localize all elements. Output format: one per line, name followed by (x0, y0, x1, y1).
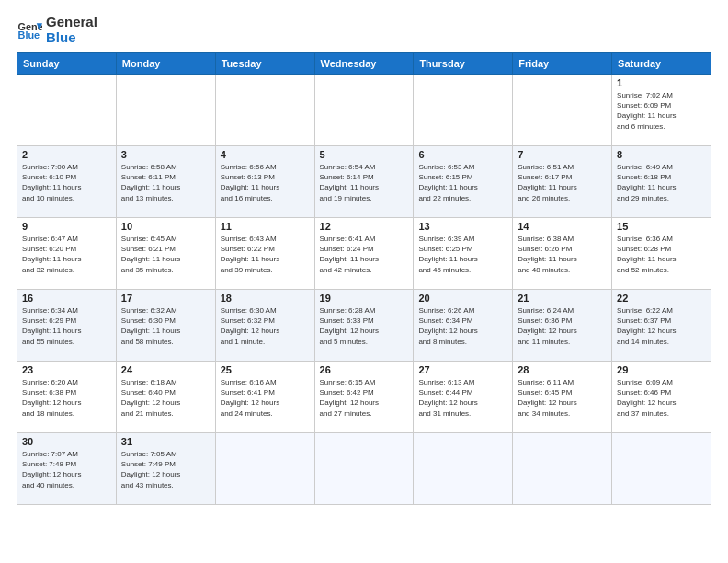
calendar-day: 25Sunrise: 6:16 AM Sunset: 6:41 PM Dayli… (215, 362, 314, 433)
calendar-header-row: SundayMondayTuesdayWednesdayThursdayFrid… (17, 53, 711, 75)
day-number: 29 (617, 364, 706, 375)
generalblue-icon: General Blue (17, 17, 42, 43)
day-info: Sunrise: 6:58 AM Sunset: 6:11 PM Dayligh… (121, 162, 210, 203)
calendar-day: 5Sunrise: 6:54 AM Sunset: 6:14 PM Daylig… (314, 146, 414, 218)
calendar-day (314, 75, 414, 146)
day-number: 18 (221, 293, 310, 304)
calendar-week-5: 23Sunrise: 6:20 AM Sunset: 6:38 PM Dayli… (17, 362, 711, 433)
calendar-week-3: 9Sunrise: 6:47 AM Sunset: 6:20 PM Daylig… (17, 218, 711, 290)
day-number: 30 (22, 436, 111, 447)
day-info: Sunrise: 6:43 AM Sunset: 6:22 PM Dayligh… (221, 234, 310, 275)
calendar-day: 26Sunrise: 6:15 AM Sunset: 6:42 PM Dayli… (314, 362, 414, 433)
day-info: Sunrise: 6:36 AM Sunset: 6:28 PM Dayligh… (617, 234, 706, 275)
day-info: Sunrise: 6:51 AM Sunset: 6:17 PM Dayligh… (518, 162, 607, 203)
calendar-day: 14Sunrise: 6:38 AM Sunset: 6:26 PM Dayli… (513, 218, 612, 290)
calendar-day (17, 75, 117, 146)
day-number: 12 (320, 221, 409, 232)
calendar-day (215, 75, 314, 146)
day-info: Sunrise: 6:22 AM Sunset: 6:37 PM Dayligh… (617, 305, 706, 347)
day-number: 20 (418, 293, 507, 304)
calendar-day: 2Sunrise: 7:00 AM Sunset: 6:10 PM Daylig… (17, 146, 117, 218)
day-number: 1 (617, 77, 706, 88)
day-number: 22 (617, 293, 706, 304)
calendar-day (513, 433, 612, 505)
day-number: 13 (418, 221, 507, 232)
day-number: 4 (221, 149, 310, 160)
calendar-day: 20Sunrise: 6:26 AM Sunset: 6:34 PM Dayli… (414, 290, 513, 362)
day-info: Sunrise: 6:30 AM Sunset: 6:32 PM Dayligh… (221, 305, 310, 347)
calendar-day: 13Sunrise: 6:39 AM Sunset: 6:25 PM Dayli… (414, 218, 513, 290)
calendar-day: 31Sunrise: 7:05 AM Sunset: 7:49 PM Dayli… (116, 433, 215, 505)
calendar-day: 30Sunrise: 7:07 AM Sunset: 7:48 PM Dayli… (17, 433, 117, 505)
weekday-header-thursday: Thursday (414, 53, 513, 75)
day-info: Sunrise: 6:38 AM Sunset: 6:26 PM Dayligh… (518, 234, 607, 275)
day-info: Sunrise: 6:49 AM Sunset: 6:18 PM Dayligh… (617, 162, 706, 203)
calendar-day (116, 75, 215, 146)
day-number: 23 (22, 364, 111, 375)
calendar-day: 23Sunrise: 6:20 AM Sunset: 6:38 PM Dayli… (17, 362, 117, 433)
calendar-day: 4Sunrise: 6:56 AM Sunset: 6:13 PM Daylig… (215, 146, 314, 218)
day-number: 27 (418, 364, 507, 375)
calendar-day: 19Sunrise: 6:28 AM Sunset: 6:33 PM Dayli… (314, 290, 414, 362)
day-info: Sunrise: 6:28 AM Sunset: 6:33 PM Dayligh… (320, 305, 409, 347)
calendar-day: 28Sunrise: 6:11 AM Sunset: 6:45 PM Dayli… (513, 362, 612, 433)
calendar-day: 12Sunrise: 6:41 AM Sunset: 6:24 PM Dayli… (314, 218, 414, 290)
calendar-day: 21Sunrise: 6:24 AM Sunset: 6:36 PM Dayli… (513, 290, 612, 362)
calendar-day: 17Sunrise: 6:32 AM Sunset: 6:30 PM Dayli… (116, 290, 215, 362)
day-info: Sunrise: 6:41 AM Sunset: 6:24 PM Dayligh… (320, 234, 409, 275)
day-number: 24 (121, 364, 210, 375)
calendar-day (314, 433, 414, 505)
day-info: Sunrise: 6:26 AM Sunset: 6:34 PM Dayligh… (418, 305, 507, 347)
weekday-header-sunday: Sunday (17, 53, 117, 75)
calendar-day: 24Sunrise: 6:18 AM Sunset: 6:40 PM Dayli… (116, 362, 215, 433)
weekday-header-wednesday: Wednesday (314, 53, 414, 75)
day-info: Sunrise: 7:00 AM Sunset: 6:10 PM Dayligh… (22, 162, 111, 203)
calendar-day: 18Sunrise: 6:30 AM Sunset: 6:32 PM Dayli… (215, 290, 314, 362)
logo-general-text: General (46, 15, 97, 30)
calendar-day: 27Sunrise: 6:13 AM Sunset: 6:44 PM Dayli… (414, 362, 513, 433)
day-info: Sunrise: 6:53 AM Sunset: 6:15 PM Dayligh… (418, 162, 507, 203)
logo: General Blue General Blue (17, 15, 97, 45)
calendar-week-4: 16Sunrise: 6:34 AM Sunset: 6:29 PM Dayli… (17, 290, 711, 362)
weekday-header-friday: Friday (513, 53, 612, 75)
calendar-day (612, 433, 711, 505)
calendar-day: 3Sunrise: 6:58 AM Sunset: 6:11 PM Daylig… (116, 146, 215, 218)
day-info: Sunrise: 6:47 AM Sunset: 6:20 PM Dayligh… (22, 234, 111, 275)
day-number: 2 (22, 149, 111, 160)
calendar-week-1: 1Sunrise: 7:02 AM Sunset: 6:09 PM Daylig… (17, 75, 711, 146)
day-info: Sunrise: 6:45 AM Sunset: 6:21 PM Dayligh… (121, 234, 210, 275)
calendar-day: 11Sunrise: 6:43 AM Sunset: 6:22 PM Dayli… (215, 218, 314, 290)
day-info: Sunrise: 6:09 AM Sunset: 6:46 PM Dayligh… (617, 377, 706, 419)
day-info: Sunrise: 7:07 AM Sunset: 7:48 PM Dayligh… (22, 449, 111, 490)
page: General Blue General Blue SundayMondayTu… (0, 0, 728, 563)
day-info: Sunrise: 7:02 AM Sunset: 6:09 PM Dayligh… (617, 90, 706, 132)
calendar-day: 7Sunrise: 6:51 AM Sunset: 6:17 PM Daylig… (513, 146, 612, 218)
calendar-day: 15Sunrise: 6:36 AM Sunset: 6:28 PM Dayli… (612, 218, 711, 290)
calendar-day: 16Sunrise: 6:34 AM Sunset: 6:29 PM Dayli… (17, 290, 117, 362)
day-info: Sunrise: 6:34 AM Sunset: 6:29 PM Dayligh… (22, 305, 111, 347)
day-number: 7 (518, 149, 607, 160)
day-info: Sunrise: 6:32 AM Sunset: 6:30 PM Dayligh… (121, 305, 210, 347)
day-info: Sunrise: 6:16 AM Sunset: 6:41 PM Dayligh… (221, 377, 310, 419)
day-number: 3 (121, 149, 210, 160)
day-info: Sunrise: 6:39 AM Sunset: 6:25 PM Dayligh… (418, 234, 507, 275)
calendar-day (414, 75, 513, 146)
day-info: Sunrise: 6:20 AM Sunset: 6:38 PM Dayligh… (22, 377, 111, 419)
calendar-week-6: 30Sunrise: 7:07 AM Sunset: 7:48 PM Dayli… (17, 433, 711, 505)
calendar-day: 9Sunrise: 6:47 AM Sunset: 6:20 PM Daylig… (17, 218, 117, 290)
day-number: 28 (518, 364, 607, 375)
day-number: 16 (22, 293, 111, 304)
day-info: Sunrise: 6:56 AM Sunset: 6:13 PM Dayligh… (221, 162, 310, 203)
weekday-header-saturday: Saturday (612, 53, 711, 75)
day-number: 14 (518, 221, 607, 232)
weekday-header-monday: Monday (116, 53, 215, 75)
calendar-day: 29Sunrise: 6:09 AM Sunset: 6:46 PM Dayli… (612, 362, 711, 433)
day-info: Sunrise: 6:24 AM Sunset: 6:36 PM Dayligh… (518, 305, 607, 347)
day-number: 11 (221, 221, 310, 232)
day-info: Sunrise: 6:11 AM Sunset: 6:45 PM Dayligh… (518, 377, 607, 419)
calendar-day: 6Sunrise: 6:53 AM Sunset: 6:15 PM Daylig… (414, 146, 513, 218)
day-info: Sunrise: 6:18 AM Sunset: 6:40 PM Dayligh… (121, 377, 210, 419)
calendar-day (414, 433, 513, 505)
calendar-table: SundayMondayTuesdayWednesdayThursdayFrid… (17, 52, 711, 505)
calendar-day: 22Sunrise: 6:22 AM Sunset: 6:37 PM Dayli… (612, 290, 711, 362)
